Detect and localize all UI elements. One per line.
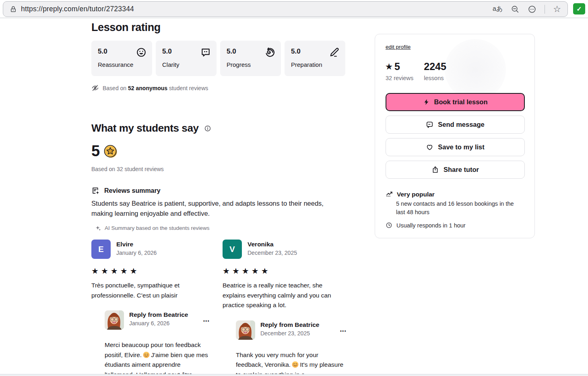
- translate-icon[interactable]: aあ: [493, 5, 503, 13]
- rating-label: Reassurance: [98, 61, 146, 68]
- star-rating: ★★★★★: [91, 266, 210, 276]
- rating-card-preparation: 5.0 Preparation: [285, 41, 345, 76]
- response-time-label: Usually responds in 1 hour: [396, 222, 466, 229]
- very-popular-title: Very popular: [397, 191, 435, 198]
- smiling-emoji-icon: [292, 361, 299, 368]
- reply-author: Reply from Beatrice: [260, 321, 319, 328]
- rating-stat-label: 32 reviews: [386, 75, 413, 81]
- rating-card-progress: 5.0 Progress: [220, 41, 281, 76]
- reply-more-options-button[interactable]: •••: [203, 312, 210, 330]
- tutor-stats: ★ 5 32 reviews 2245 lessons: [386, 61, 446, 81]
- tutor-photo-avatar: [105, 310, 124, 330]
- faded-avatar-circle: [445, 39, 506, 100]
- tutor-profile-page: https://preply.com/en/tutor/2723344 aあ: [0, 0, 588, 376]
- edit-profile-link[interactable]: edit profile: [386, 44, 411, 50]
- book-trial-lesson-button[interactable]: Book trial lesson: [386, 93, 525, 111]
- star-rating: ★★★★★: [223, 266, 347, 276]
- lesson-rating-cards: 5.0 Reassurance 5.0 Clarity: [91, 41, 345, 76]
- based-on-suffix: student reviews: [169, 85, 208, 91]
- address-bar-actions: aあ ☆: [493, 2, 561, 17]
- share-tutor-button[interactable]: Share tutor: [386, 161, 525, 179]
- reply-author: Reply from Beatrice: [129, 311, 188, 318]
- info-icon[interactable]: [204, 125, 211, 132]
- rating-label: Progress: [227, 61, 274, 68]
- avatar: V: [223, 240, 242, 259]
- lessons-stat-value: 2245: [424, 61, 446, 72]
- rating-stat: ★ 5 32 reviews: [386, 61, 413, 81]
- overall-rating-value: 5: [91, 143, 100, 160]
- clock-icon: [386, 222, 392, 229]
- eye-off-icon: [91, 84, 99, 92]
- smiling-emoji-icon: [143, 351, 150, 358]
- bookmark-star-icon[interactable]: ☆: [553, 5, 561, 14]
- trending-up-icon: [386, 190, 393, 198]
- review-card: E Elvire January 6, 2026 ★★★★★ Très ponc…: [91, 240, 210, 376]
- save-to-list-button[interactable]: Save to my list: [386, 138, 525, 156]
- zoom-out-icon[interactable]: [511, 5, 520, 14]
- lesson-rating-title: Lesson rating: [91, 21, 161, 34]
- reply-date: December 23, 2025: [260, 330, 319, 337]
- url-text[interactable]: https://preply.com/en/tutor/2723344: [21, 5, 134, 13]
- reply-date: January 6, 2026: [129, 320, 188, 326]
- reviews-summary-title: Reviews summary: [104, 187, 161, 194]
- reply-text: Thank you very much for your feedback, V…: [236, 350, 347, 376]
- spiral-icon: [265, 47, 275, 58]
- tutor-reply: Reply from Beatrice December 23, 2025 ••…: [236, 320, 347, 376]
- reviews-count-note: Based on 32 student reviews: [91, 166, 164, 172]
- tutor-reply: Reply from Beatrice January 6, 2026 ••• …: [105, 310, 210, 376]
- extension-check-icon[interactable]: ✓: [573, 3, 585, 14]
- lessons-stat-label: lessons: [424, 75, 446, 81]
- reviews-summary-text: Students say Beatrice is patient, suppor…: [91, 198, 344, 219]
- based-on-count: 52 anonymous: [128, 85, 167, 91]
- send-message-button[interactable]: Send message: [386, 116, 525, 134]
- reviewer-name: Veronika: [248, 241, 297, 248]
- ai-summary-label: AI Summary based on the students reviews: [105, 225, 209, 231]
- rating-card-reassurance: 5.0 Reassurance: [91, 41, 152, 76]
- rating-stat-value: 5: [394, 61, 400, 72]
- reviews-summary-icon: [91, 186, 100, 195]
- address-bar[interactable]: https://preply.com/en/tutor/2723344 aあ: [3, 1, 568, 17]
- review-text: Très ponctuelle, sympathique et professi…: [91, 281, 210, 300]
- window-bottom-edge: [0, 374, 588, 376]
- lightning-icon: [423, 99, 430, 105]
- rating-card-clarity: 5.0 Clarity: [156, 41, 217, 76]
- rating-label: Preparation: [291, 61, 339, 68]
- very-popular-text: 5 new contacts and 16 lesson bookings in…: [396, 200, 522, 216]
- ai-summary-note: AI Summary based on the students reviews: [95, 225, 209, 231]
- gold-star-badge-icon: [104, 145, 118, 158]
- review-card: V Veronika December 23, 2025 ★★★★★ Beatr…: [223, 240, 347, 376]
- review-date: December 23, 2025: [248, 250, 297, 256]
- rating-label: Clarity: [162, 61, 210, 68]
- based-on-prefix: Based on: [103, 85, 126, 91]
- heart-icon: [426, 143, 433, 151]
- reviewer-name: Elvire: [116, 241, 157, 248]
- lessons-stat: 2245 lessons: [424, 61, 446, 81]
- very-popular-header: Very popular: [386, 190, 435, 198]
- tutor-photo-avatar: [236, 320, 255, 340]
- share-icon: [431, 166, 439, 174]
- speech-bubble-icon: [200, 47, 211, 58]
- review-date: January 6, 2026: [116, 250, 157, 256]
- star-icon: ★: [386, 62, 392, 71]
- more-options-icon[interactable]: [528, 5, 536, 14]
- reply-more-options-button[interactable]: •••: [340, 322, 347, 340]
- browser-toolbar: https://preply.com/en/tutor/2723344 aあ: [0, 0, 588, 18]
- anonymous-reviews-note: Based on 52 anonymous student reviews: [91, 84, 208, 92]
- pencil-icon: [329, 47, 340, 58]
- message-icon: [426, 121, 433, 128]
- smiley-icon: [136, 47, 146, 58]
- reply-text: Merci beaucoup pour ton feedback positif…: [105, 340, 210, 376]
- students-say-title: What my students say: [91, 122, 199, 134]
- response-time: Usually responds in 1 hour: [386, 222, 466, 229]
- avatar: E: [91, 240, 111, 259]
- sparkle-icon: [95, 225, 101, 231]
- booking-sidebar: edit profile ★ 5 32 reviews 2245 lessons…: [375, 34, 535, 238]
- lock-icon[interactable]: [10, 6, 17, 13]
- toolbar-divider: [545, 5, 545, 14]
- review-text: Beatrice is a really nice teacher, she e…: [223, 281, 347, 310]
- overall-rating: 5: [91, 143, 118, 160]
